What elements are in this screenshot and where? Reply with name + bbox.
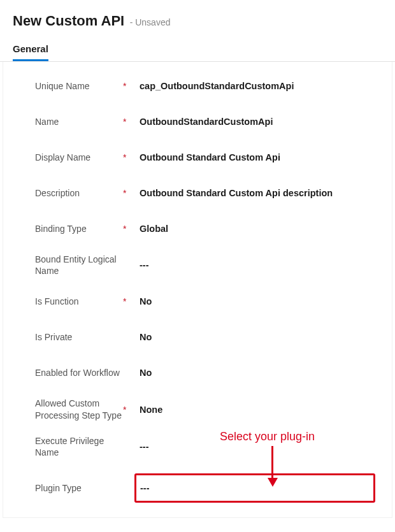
field-label: Binding Type <box>35 223 87 234</box>
page-header: New Custom API - Unsaved <box>0 0 395 34</box>
field-is-private: Is Private No <box>16 319 379 355</box>
tabs-bar: General <box>0 34 395 62</box>
tab-general[interactable]: General <box>13 43 48 61</box>
required-indicator: * <box>123 152 138 162</box>
required-indicator: * <box>123 81 138 91</box>
required-indicator: * <box>123 117 138 127</box>
field-plugin-type: Plugin Type --- <box>16 465 379 511</box>
field-binding-type: Binding Type * Global <box>16 211 379 247</box>
is-private-select[interactable]: No <box>138 329 379 345</box>
unique-name-input[interactable]: cap_OutboundStandardCustomApi <box>138 78 379 94</box>
required-indicator: * <box>123 188 138 198</box>
field-label: Display Name <box>35 152 90 163</box>
required-indicator: * <box>123 224 138 234</box>
display-name-input[interactable]: Outbound Standard Custom Api <box>138 150 379 165</box>
field-label: Enabled for Workflow <box>35 367 120 378</box>
bound-entity-input[interactable]: --- <box>138 257 379 273</box>
field-label: Allowed Custom Processing Step Type <box>35 398 123 421</box>
field-label: Unique Name <box>35 80 90 92</box>
required-indicator: * <box>123 405 138 415</box>
enabled-workflow-select[interactable]: No <box>138 365 379 380</box>
form-area: Unique Name * cap_OutboundStandardCustom… <box>3 62 392 518</box>
field-label: Is Function <box>35 296 78 307</box>
field-is-function: Is Function * No <box>16 284 379 319</box>
field-label: Bound Entity Logical Name <box>35 254 123 277</box>
field-display-name: Display Name * Outbound Standard Custom … <box>16 140 379 175</box>
field-label: Name <box>35 116 59 127</box>
field-label: Plugin Type <box>35 482 82 494</box>
page-title: New Custom API <box>13 13 124 29</box>
description-input[interactable]: Outbound Standard Custom Api description <box>138 185 379 201</box>
field-name: Name * OutboundStandardCustomApi <box>16 104 379 140</box>
field-label: Execute Privilege Name <box>35 435 123 458</box>
field-execute-privilege: Execute Privilege Name --- <box>16 428 379 465</box>
field-bound-entity: Bound Entity Logical Name --- <box>16 247 379 284</box>
is-function-select[interactable]: No <box>138 294 379 309</box>
page-status: - Unsaved <box>130 17 171 27</box>
field-allowed-custom: Allowed Custom Processing Step Type * No… <box>16 391 379 428</box>
field-enabled-workflow: Enabled for Workflow No <box>16 355 379 391</box>
plugin-type-lookup[interactable]: --- <box>134 473 375 503</box>
field-label: Description <box>35 187 80 199</box>
name-input[interactable]: OutboundStandardCustomApi <box>138 114 379 129</box>
field-unique-name: Unique Name * cap_OutboundStandardCustom… <box>16 68 379 104</box>
allowed-custom-select[interactable]: None <box>138 402 379 417</box>
field-description: Description * Outbound Standard Custom A… <box>16 175 379 211</box>
binding-type-select[interactable]: Global <box>138 221 379 236</box>
execute-privilege-input[interactable]: --- <box>138 439 379 454</box>
field-label: Is Private <box>35 331 72 343</box>
required-indicator: * <box>123 296 138 306</box>
